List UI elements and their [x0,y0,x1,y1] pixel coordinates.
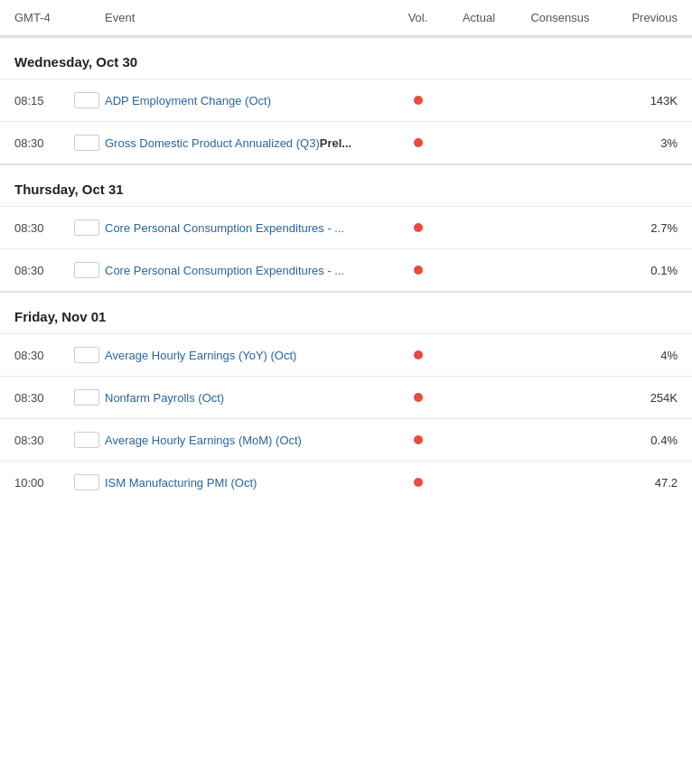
event-time: 10:00 [14,476,69,490]
previous-value: 254K [605,391,678,405]
country-flag [69,219,105,236]
red-dot-icon [414,223,423,232]
volatility-indicator [393,390,443,405]
country-flag [69,389,105,406]
country-flag [69,262,105,278]
event-time: 08:30 [14,221,69,235]
vol-column-header: Vol. [393,11,443,24]
table-row[interactable]: 08:30Average Hourly Earnings (MoM) (Oct)… [0,418,692,461]
event-time: 08:30 [14,264,69,277]
event-name[interactable]: Gross Domestic Product Annualized (Q3)Pr… [105,136,393,150]
event-name[interactable]: Average Hourly Earnings (YoY) (Oct) [105,349,393,362]
previous-column-header: Previous [605,11,678,24]
event-time: 08:30 [14,434,69,447]
previous-value: 0.1% [605,264,678,277]
table-row[interactable]: 08:30Average Hourly Earnings (YoY) (Oct)… [0,333,692,376]
previous-value: 0.4% [605,434,678,447]
volatility-indicator [393,433,443,447]
event-column-header: Event [105,11,393,24]
calendar-body: Wednesday, Oct 3008:15ADP Employment Cha… [0,36,692,503]
volatility-indicator [393,263,443,277]
day-header-0: Wednesday, Oct 30 [0,38,692,79]
table-row[interactable]: 08:30Core Personal Consumption Expenditu… [0,248,692,291]
table-row[interactable]: 10:00ISM Manufacturing PMI (Oct)47.2 [0,461,692,503]
volatility-indicator [393,135,443,150]
event-name[interactable]: Nonfarm Payrolls (Oct) [105,391,393,405]
table-row[interactable]: 08:30Gross Domestic Product Annualized (… [0,121,692,163]
country-flag [69,432,105,448]
event-name[interactable]: Core Personal Consumption Expenditures -… [105,221,393,235]
red-dot-icon [414,350,423,359]
volatility-indicator [393,348,443,362]
event-time: 08:30 [14,391,69,405]
previous-value: 143K [605,94,678,107]
volatility-indicator [393,93,443,107]
consensus-column-header: Consensus [515,11,605,24]
previous-value: 2.7% [605,221,678,235]
event-time: 08:30 [14,349,69,362]
red-dot-icon [414,266,423,275]
volatility-indicator [393,475,443,490]
actual-column-header: Actual [443,11,515,24]
table-row[interactable]: 08:30Core Personal Consumption Expenditu… [0,206,692,248]
table-row[interactable]: 08:15ADP Employment Change (Oct)143K [0,79,692,121]
red-dot-icon [414,138,423,147]
table-header: GMT-4 Event Vol. Actual Consensus Previo… [0,0,692,36]
volatility-indicator [393,220,443,235]
event-name[interactable]: ISM Manufacturing PMI (Oct) [105,476,393,490]
event-time: 08:15 [14,94,69,107]
previous-value: 3% [605,136,678,150]
table-row[interactable]: 08:30Nonfarm Payrolls (Oct)254K [0,376,692,418]
country-flag [69,347,105,363]
gmt-label: GMT-4 [14,11,69,24]
event-name[interactable]: Average Hourly Earnings (MoM) (Oct) [105,434,393,447]
day-header-2: Friday, Nov 01 [0,293,692,333]
red-dot-icon [414,478,423,487]
previous-value: 47.2 [605,476,678,490]
red-dot-icon [414,96,423,105]
previous-value: 4% [605,349,678,362]
red-dot-icon [414,393,423,402]
country-flag [69,474,105,490]
event-time: 08:30 [14,136,69,150]
country-flag [69,92,105,108]
event-name[interactable]: Core Personal Consumption Expenditures -… [105,264,393,277]
event-name[interactable]: ADP Employment Change (Oct) [105,94,393,107]
red-dot-icon [414,435,423,444]
country-flag [69,135,105,151]
day-header-1: Thursday, Oct 31 [0,165,692,206]
